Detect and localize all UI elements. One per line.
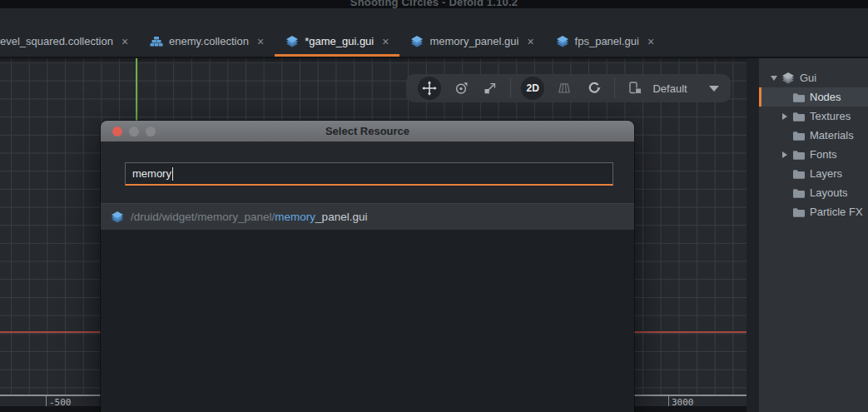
scale-tool-button[interactable] [481, 78, 501, 98]
folder-icon [792, 187, 805, 198]
result-match-highlight: memory [275, 211, 315, 223]
tree-item-label: Layouts [810, 186, 848, 199]
mode-2d-button[interactable]: 2D [521, 77, 544, 100]
tree-item-particle-fx[interactable]: Particle FX [759, 202, 868, 221]
tab-label: memory_panel.gui [429, 35, 518, 47]
refresh-icon [587, 81, 602, 96]
result-path: /druid/widget/memory_panel/memory_panel.… [131, 211, 367, 223]
resource-result-list: /druid/widget/memory_panel/memory_panel.… [101, 203, 634, 412]
editor-tab-bar: evel_squared.collection × enemy.collecti… [0, 8, 868, 58]
scene-toolbar: 2D Default [406, 74, 731, 102]
chevron-down-icon[interactable] [771, 76, 777, 81]
toolbar-divider [614, 78, 615, 98]
close-button[interactable] [112, 127, 122, 137]
folder-icon [792, 149, 805, 160]
result-path-suffix: _panel.gui [315, 211, 367, 223]
tree-item-materials[interactable]: Materials [759, 126, 868, 145]
window-titlebar: Shooting Circles - Defold 1.10.2 [0, 0, 868, 8]
tab-level-squared-collection[interactable]: evel_squared.collection × [0, 28, 139, 57]
outline-panel: Outline Gui Nodes Textures Materials [759, 27, 868, 412]
layout-selector-icon[interactable] [625, 78, 647, 98]
close-icon[interactable]: × [647, 36, 654, 47]
tab-label: *game_gui.gui [305, 35, 374, 47]
ruler-tick [46, 396, 47, 406]
resource-search-input[interactable]: memory [125, 162, 613, 186]
tab-label: fps_panel.gui [575, 35, 639, 47]
gui-icon [556, 35, 569, 48]
tree-item-textures[interactable]: Textures [759, 107, 868, 126]
toolbar-divider [510, 78, 511, 98]
minimize-button[interactable] [129, 127, 139, 137]
tree-item-label: Materials [810, 129, 854, 141]
frustum-icon [557, 81, 572, 96]
result-path-prefix: /druid/widget/memory_panel/ [131, 211, 275, 223]
gui-icon [410, 35, 424, 48]
chevron-right-icon[interactable] [782, 113, 787, 120]
ruler-tick [668, 396, 669, 406]
chevron-right-icon[interactable] [782, 151, 787, 158]
mode-2d-label: 2D [527, 82, 539, 94]
close-icon[interactable]: × [382, 36, 389, 47]
folder-icon [792, 92, 805, 102]
select-resource-dialog: Select Resource memory /druid/widget/mem… [101, 121, 634, 412]
scale-icon [483, 81, 498, 96]
tab-label: enemy.collection [169, 35, 249, 47]
gui-icon [781, 72, 795, 85]
tree-item-fonts[interactable]: Fonts [759, 145, 868, 164]
tree-item-label: Nodes [810, 91, 841, 103]
move-tool-button[interactable] [418, 77, 441, 100]
tree-item-gui[interactable]: Gui [759, 68, 868, 87]
folder-icon [792, 168, 805, 179]
tab-fps-panel-gui[interactable]: fps_panel.gui × [545, 28, 666, 57]
right-dock: Outline Gui Nodes Textures Materials [746, 8, 868, 412]
dialog-title: Select Resource [101, 125, 634, 137]
tree-item-label: Fonts [810, 148, 837, 161]
close-icon[interactable]: × [122, 36, 128, 47]
text-cursor [172, 167, 174, 181]
tab-memory-panel-gui[interactable]: memory_panel.gui × [399, 28, 544, 57]
resource-result-row[interactable]: /druid/widget/memory_panel/memory_panel.… [101, 204, 634, 230]
maximize-button[interactable] [146, 127, 156, 137]
canvas-shadow [0, 58, 746, 65]
folder-icon [792, 111, 805, 122]
tree-item-label: Layers [810, 167, 842, 180]
folder-icon [792, 206, 805, 217]
tree-item-layouts[interactable]: Layouts [759, 183, 868, 202]
tab-label: evel_squared.collection [0, 35, 113, 47]
outline-tree: Gui Nodes Textures Materials Fonts [759, 68, 868, 221]
collection-icon [150, 35, 163, 48]
tab-game-gui[interactable]: *game_gui.gui × [275, 28, 399, 57]
tree-item-label: Gui [800, 72, 816, 84]
gui-icon [285, 35, 299, 48]
search-input-value: memory [132, 167, 171, 180]
rotate-icon [454, 81, 469, 96]
close-icon[interactable]: × [257, 36, 264, 47]
frustum-culling-button[interactable] [554, 78, 574, 98]
move-icon [422, 81, 437, 96]
tab-enemy-collection[interactable]: enemy.collection × [139, 28, 275, 57]
chevron-down-icon[interactable] [709, 86, 719, 92]
tree-item-label: Particle FX [810, 206, 863, 218]
tree-item-layers[interactable]: Layers [759, 164, 868, 183]
window-title: Shooting Circles - Defold 1.10.2 [0, 0, 868, 8]
rotate-tool-button[interactable] [451, 78, 471, 98]
refresh-button[interactable] [584, 78, 604, 98]
dialog-titlebar[interactable]: Select Resource [101, 121, 634, 141]
gui-icon [111, 211, 124, 224]
layout-dropdown-value[interactable]: Default [652, 82, 696, 95]
device-layout-icon [627, 81, 644, 96]
folder-icon [792, 130, 805, 141]
tree-item-label: Textures [810, 110, 851, 122]
tab-row: evel_squared.collection × enemy.collecti… [0, 28, 665, 57]
close-icon[interactable]: × [527, 36, 533, 47]
tree-item-nodes[interactable]: Nodes [759, 87, 868, 107]
